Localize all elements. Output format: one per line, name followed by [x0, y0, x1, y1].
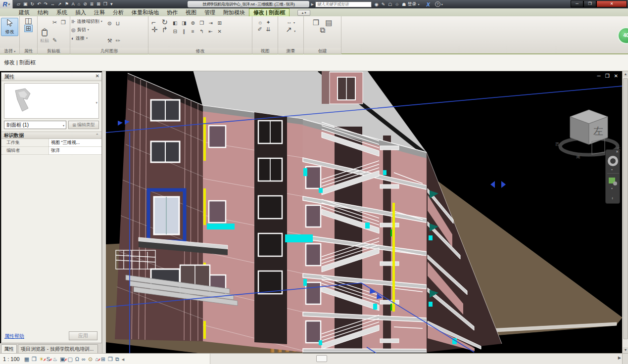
tab-properties-palette[interactable]: 属性: [1, 344, 17, 353]
app-restore-button[interactable]: ❐: [583, 0, 596, 7]
panel-label-clipboard[interactable]: 剪贴板: [38, 48, 70, 54]
scroll-right-icon[interactable]: ▶: [618, 356, 621, 360]
tab-addins[interactable]: 附加模块: [219, 9, 249, 16]
displacement-sets-icon[interactable]: ⧉: [115, 356, 119, 363]
facade-south[interactable]: [203, 105, 303, 352]
revit-app-button[interactable]: R▾: [0, 0, 13, 8]
tab-view[interactable]: 视图: [182, 9, 200, 16]
type-properties-icon[interactable]: ⊞: [24, 25, 33, 32]
tab-insert[interactable]: 插入: [71, 9, 90, 16]
tab-massing-site[interactable]: 体量和场地: [128, 9, 163, 16]
app-minimize-button[interactable]: ─: [571, 0, 583, 7]
apply-button[interactable]: 应用: [69, 331, 97, 340]
move-icon[interactable]: ✛: [150, 26, 159, 33]
join-geometry-item[interactable]: ◐ 连接▾: [70, 34, 103, 43]
workset-value[interactable]: 视图 "三维视...: [49, 139, 101, 146]
worksharing-display-icon[interactable]: ❐: [108, 356, 113, 363]
sign-in-caret-icon[interactable]: ▾: [418, 2, 419, 6]
switch-windows-icon[interactable]: ❐: [102, 0, 108, 8]
split-icon[interactable]: ⇥: [206, 19, 215, 27]
title-expand-arrow-icon[interactable]: ▶: [311, 2, 313, 6]
section-collapse-icon[interactable]: ⌃: [95, 132, 99, 139]
compass-west-label[interactable]: 西: [555, 142, 559, 146]
help-icon[interactable]: ?: [435, 1, 440, 7]
subscription-icon[interactable]: ☖: [388, 2, 392, 7]
help-caret-icon[interactable]: ▾: [441, 2, 443, 6]
cut-icon[interactable]: ✂: [51, 19, 59, 37]
view-close-button[interactable]: ✕: [614, 73, 618, 79]
pin-icon[interactable]: ∥: [180, 28, 188, 36]
property-row-edited-by[interactable]: 编辑者 张洋: [1, 147, 101, 155]
selected-window-blue[interactable]: [148, 190, 185, 241]
tab-collaborate[interactable]: 协作: [163, 9, 182, 16]
property-row-workset[interactable]: 工作集 视图 "三维视...: [1, 139, 101, 147]
vertical-scrollbar[interactable]: ▲ ▼: [622, 71, 628, 353]
panel-label-select[interactable]: 选择 ▾: [0, 48, 19, 54]
search-binoculars-icon[interactable]: ◉: [375, 2, 379, 7]
tab-manage[interactable]: 管理: [200, 9, 219, 16]
create-assembly-icon[interactable]: ▤: [324, 19, 333, 26]
wheel-caret-icon[interactable]: ▾: [611, 168, 613, 171]
temporary-hide-isolate-icon[interactable]: ∞: [82, 356, 86, 363]
app-close-button[interactable]: ✕: [596, 0, 627, 7]
rotate-icon[interactable]: ↻: [161, 19, 169, 25]
scroll-down-icon[interactable]: ▼: [623, 347, 628, 353]
crop-view-icon[interactable]: ▣✗: [60, 356, 65, 363]
properties-palette-header[interactable]: 属性 ✕: [1, 73, 101, 81]
facade-west[interactable]: [115, 73, 203, 341]
viewcube-face-label[interactable]: 左: [593, 126, 603, 136]
favorites-star-icon[interactable]: ☆: [395, 2, 399, 7]
tab-systems[interactable]: 系统: [52, 9, 71, 16]
vertical-scroll-thumb[interactable]: [623, 78, 628, 339]
trim-extend-icon[interactable]: ↱: [161, 26, 169, 33]
panel-label-measure[interactable]: 测量: [278, 48, 303, 54]
offset-icon[interactable]: ◨: [180, 19, 188, 27]
panel-label-properties[interactable]: 属性: [20, 48, 37, 54]
visibility-graphics-icon[interactable]: ☼: [257, 19, 265, 26]
redo-icon[interactable]: ↷: [43, 0, 49, 8]
cut-geometry-item[interactable]: ◎ 剪切▾: [70, 26, 103, 34]
detail-level-icon[interactable]: ▦: [24, 356, 29, 363]
close-hidden-windows-icon[interactable]: ⊠: [96, 0, 101, 8]
panel-label-view[interactable]: 视图: [252, 48, 278, 54]
create-group-icon[interactable]: ❒: [312, 19, 320, 26]
undo-icon[interactable]: ↶: [36, 0, 42, 8]
visual-style-icon[interactable]: ❒: [32, 356, 37, 363]
wall-opening-icon[interactable]: ⊔: [115, 20, 123, 37]
cutaway-icon[interactable]: ⇊: [265, 26, 273, 33]
sync-with-central-icon[interactable]: ↻: [29, 0, 35, 8]
copy-icon[interactable]: ❐: [60, 19, 68, 37]
exchange-apps-icon[interactable]: X: [426, 1, 430, 7]
show-crop-region-icon[interactable]: ▢: [67, 356, 72, 363]
cope-icon[interactable]: ◧: [171, 19, 179, 27]
open-icon[interactable]: ▱: [16, 0, 21, 8]
compass-south-label[interactable]: 南: [576, 155, 580, 159]
mirror-icon[interactable]: ⊕: [189, 19, 197, 27]
scale-icon[interactable]: ⊟: [171, 28, 179, 36]
create-similar-icon[interactable]: ⧉: [319, 26, 326, 34]
tab-analyze[interactable]: 分析: [109, 9, 128, 16]
properties-close-icon[interactable]: ✕: [96, 73, 99, 79]
render-icon[interactable]: ✦: [265, 19, 273, 26]
tab-structure[interactable]: 结构: [34, 9, 52, 16]
view-minimize-button[interactable]: ─: [597, 73, 601, 79]
identity-data-section-header[interactable]: 标识数据 ⌃: [1, 132, 101, 139]
sign-in-label[interactable]: 登录: [407, 1, 416, 7]
infocenter-search-input[interactable]: [315, 1, 372, 7]
properties-palette-icon[interactable]: ◫: [20, 17, 37, 24]
reveal-constraints-icon[interactable]: ⊞: [101, 356, 105, 363]
drawing-area-3d-view[interactable]: 东 南 西 左 ─ ❐ ✕ ✕ ▾ ▾ ⇟: [106, 71, 622, 353]
edit-type-button[interactable]: ⊞ 编辑类型: [68, 121, 99, 129]
tab-modify-section-box[interactable]: 修改 | 剖面框: [249, 8, 290, 16]
navigation-bar[interactable]: ✕ ▾ ▾ ⇟: [605, 149, 620, 204]
zoom-caret-icon[interactable]: ▾: [611, 186, 613, 190]
tab-annotate[interactable]: 注释: [90, 9, 109, 16]
linework-icon[interactable]: ✐: [257, 26, 265, 33]
unpin-icon[interactable]: ≡: [189, 28, 197, 36]
array-icon[interactable]: ⊞: [215, 19, 224, 27]
beam-handles-icon[interactable]: ⊜: [106, 20, 114, 37]
view-scale-button[interactable]: 1 : 100: [3, 356, 20, 362]
preview-caret-icon[interactable]: ▾: [96, 101, 97, 105]
split-element-icon[interactable]: ⇤: [206, 28, 215, 36]
tag-by-category-icon[interactable]: ⚑: [64, 0, 70, 8]
